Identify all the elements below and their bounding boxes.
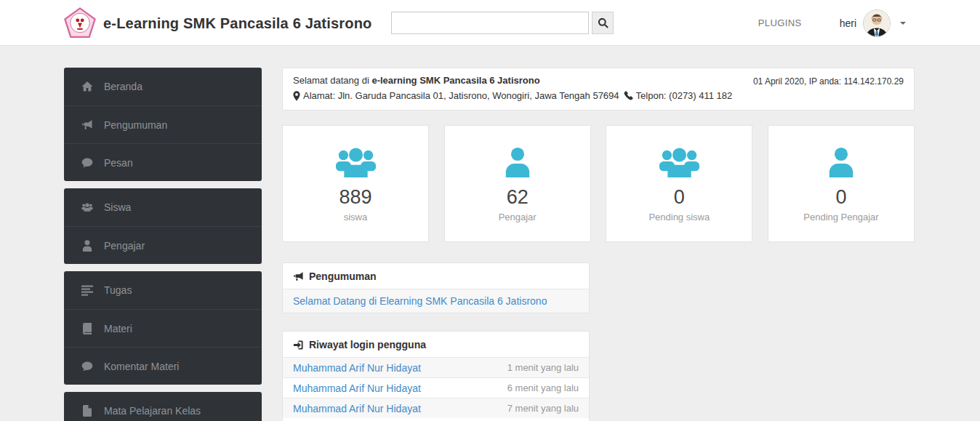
search-button[interactable] bbox=[592, 12, 614, 34]
stat-card-siswa: 889 siswa bbox=[282, 125, 429, 242]
sidebar-item-label: Materi bbox=[104, 323, 132, 334]
user-icon bbox=[503, 141, 532, 177]
login-history-title: Riwayat login pengguna bbox=[309, 339, 426, 350]
user-menu-dropdown[interactable]: heri bbox=[840, 9, 906, 37]
login-history-row: Muhammad Arif Nur Hidayat 1 menit yang l… bbox=[283, 357, 589, 377]
announcement-link[interactable]: Selamat Datang di Elearning SMK Pancasil… bbox=[293, 295, 547, 307]
page-title: e-Learning SMK Pancasila 6 Jatisrono bbox=[103, 15, 372, 32]
address-text: Alamat: Jln. Garuda Pancasila 01, Jatisr… bbox=[303, 90, 619, 101]
sidebar-item-label: Pengajar bbox=[104, 240, 145, 252]
stat-value: 0 bbox=[674, 187, 685, 209]
sidebar-item-materi[interactable]: Materi bbox=[64, 309, 262, 347]
stat-value: 0 bbox=[835, 187, 846, 209]
sidebar-item-mata-pelajaran-kelas[interactable]: Mata Pelajaran Kelas bbox=[64, 392, 262, 421]
comment-icon bbox=[81, 361, 93, 372]
phone-icon bbox=[624, 91, 633, 100]
stat-card-pengajar: 62 Pengajar bbox=[444, 125, 591, 242]
map-marker-icon bbox=[293, 91, 300, 101]
user-name-link[interactable]: Muhammad Arif Nur Hidayat bbox=[293, 382, 421, 394]
login-time: 6 menit yang lalu bbox=[507, 382, 579, 393]
sidebar-item-label: Pesan bbox=[104, 157, 133, 169]
sidebar-group-people: Siswa Pengajar bbox=[64, 188, 262, 264]
sign-in-icon bbox=[293, 340, 304, 350]
header-search bbox=[391, 12, 614, 34]
main-content: Selamat datang di e-learning SMK Pancasi… bbox=[282, 68, 915, 421]
home-icon bbox=[81, 81, 93, 92]
login-time: 7 menit yang lalu bbox=[507, 403, 579, 414]
user-avatar bbox=[863, 9, 891, 37]
comment-icon bbox=[81, 157, 93, 169]
announcements-panel: Pengumuman Selamat Datang di Elearning S… bbox=[282, 262, 590, 313]
login-time: 1 menit yang lalu bbox=[507, 362, 579, 373]
chevron-down-icon bbox=[900, 22, 906, 25]
sidebar-item-tugas[interactable]: Tugas bbox=[64, 271, 262, 309]
sidebar-item-label: Tugas bbox=[104, 284, 132, 296]
users-icon bbox=[81, 201, 93, 213]
sidebar-group-subjects: Mata Pelajaran Kelas bbox=[64, 392, 262, 421]
stat-value: 889 bbox=[339, 187, 371, 209]
date-ip-label: 01 April 2020, IP anda: 114.142.170.29 bbox=[753, 76, 904, 87]
sidebar-nav: Beranda Pengumuman Pesan Siswa Pengaj bbox=[64, 68, 262, 421]
book-icon bbox=[81, 323, 93, 334]
phone-text: Telpon: (0273) 411 182 bbox=[636, 90, 733, 101]
stat-card-pending-siswa: 0 Pending siswa bbox=[606, 125, 752, 242]
search-input[interactable] bbox=[391, 12, 589, 34]
sidebar-group-main: Beranda Pengumuman Pesan bbox=[64, 68, 262, 181]
stat-card-pending-pengajar: 0 Pending Pengajar bbox=[768, 125, 915, 242]
user-name-link[interactable]: Muhammad Arif Nur Hidayat bbox=[293, 362, 421, 374]
app-header: e-Learning SMK Pancasila 6 Jatisrono PLU… bbox=[0, 0, 980, 46]
announcements-header: Pengumuman bbox=[283, 263, 589, 289]
file-icon bbox=[81, 405, 93, 417]
sidebar-item-label: Pengumuman bbox=[104, 119, 167, 131]
login-history-row: Muhammad Arif Nur Hidayat 7 menit yang l… bbox=[283, 398, 589, 418]
announcements-title: Pengumuman bbox=[309, 270, 377, 282]
sidebar-group-learning: Tugas Materi Komentar Materi bbox=[64, 271, 262, 385]
login-history-panel: Riwayat login pengguna Muhammad Arif Nur… bbox=[282, 331, 590, 421]
school-logo-icon bbox=[64, 7, 96, 39]
bullhorn-icon bbox=[293, 271, 304, 282]
stat-label: Pending Pengajar bbox=[803, 212, 878, 222]
sidebar-item-label: Beranda bbox=[104, 81, 142, 92]
username-label: heri bbox=[840, 17, 856, 29]
search-icon bbox=[598, 17, 609, 28]
sidebar-item-pengumuman[interactable]: Pengumuman bbox=[64, 105, 262, 143]
sidebar-item-label: Mata Pelajaran Kelas bbox=[104, 405, 201, 417]
sidebar-item-pesan[interactable]: Pesan bbox=[64, 143, 262, 181]
sidebar-item-label: Siswa bbox=[104, 201, 131, 213]
tasks-icon bbox=[81, 284, 93, 296]
login-history-header: Riwayat login pengguna bbox=[283, 332, 589, 357]
sidebar-item-beranda[interactable]: Beranda bbox=[64, 68, 262, 105]
address-line: Alamat: Jln. Garuda Pancasila 01, Jatisr… bbox=[293, 90, 904, 101]
stats-row: 889 siswa 62 Pengajar 0 Pending siswa 0 … bbox=[282, 125, 915, 242]
stat-value: 62 bbox=[507, 187, 529, 209]
sidebar-item-label: Komentar Materi bbox=[104, 361, 179, 372]
user-icon bbox=[827, 141, 856, 177]
sidebar-item-pengajar[interactable]: Pengajar bbox=[64, 226, 262, 264]
stat-label: Pengajar bbox=[499, 212, 537, 222]
stat-label: Pending siswa bbox=[648, 212, 710, 222]
welcome-banner: Selamat datang di e-learning SMK Pancasi… bbox=[282, 68, 915, 111]
announcement-item: Selamat Datang di Elearning SMK Pancasil… bbox=[283, 289, 589, 313]
login-history-row: Muhammad Arif Nur Hidayat 6 menit yang l… bbox=[283, 377, 589, 398]
brand-home-link[interactable]: e-Learning SMK Pancasila 6 Jatisrono bbox=[64, 6, 372, 41]
user-name-link[interactable]: Muhammad Arif Nur Hidayat bbox=[293, 403, 421, 414]
bullhorn-icon bbox=[81, 119, 93, 131]
stat-label: siswa bbox=[344, 212, 368, 222]
user-icon bbox=[81, 240, 93, 252]
users-icon bbox=[335, 141, 377, 177]
plugins-link[interactable]: PLUGINS bbox=[758, 17, 802, 28]
sidebar-item-siswa[interactable]: Siswa bbox=[64, 188, 262, 226]
sidebar-item-komentar-materi[interactable]: Komentar Materi bbox=[64, 347, 262, 385]
users-icon bbox=[659, 141, 700, 177]
